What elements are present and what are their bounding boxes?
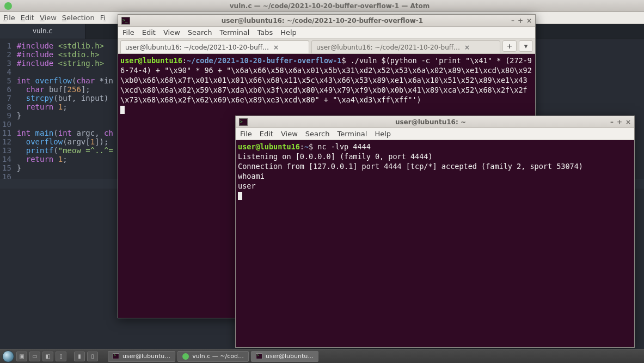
atom-menu-view[interactable]: View [40,14,57,22]
term2-command: nc -lvp 4444 [317,142,371,151]
atom-gutter: 12345678910111213141516 [0,39,17,351]
terminal-cursor [238,192,242,200]
atom-app-icon [4,2,12,10]
start-menu-icon[interactable] [2,350,14,362]
terminal1-tab-active[interactable]: user@lubuntu16: ~/code/2021-10-20-buff… … [120,40,309,53]
maximize-icon[interactable]: + [518,17,523,25]
terminal1-tab-inactive[interactable]: user@lubuntu16: ~/code/2021-10-20-buff… … [311,40,500,53]
term2-output-line: user [238,182,256,190]
taskbar-terminal2[interactable]: user@lubuntu… [251,351,318,362]
atom-title: vuln.c — ~/code/2021-10-20-buffer-overfl… [15,2,644,10]
tab-close-icon[interactable]: × [273,44,279,51]
term2-menu-terminal[interactable]: Terminal [337,130,367,138]
term2-menu-view[interactable]: View [281,130,298,138]
term2-menu-file[interactable]: File [240,130,252,138]
terminal1-tab2-label: user@lubuntu16: ~/code/2021-10-20-buff… [316,44,460,51]
term1-menu-search[interactable]: Search [188,28,212,37]
atom-tab-vuln[interactable]: vuln.c [0,24,85,39]
terminal-icon [121,17,130,25]
terminal2-window[interactable]: user@lubuntu16: ~ – + × File Edit View S… [235,116,635,348]
atom-menu-file[interactable]: File [3,14,15,22]
close-icon[interactable]: × [526,17,532,25]
term1-menu-view[interactable]: View [163,28,180,37]
term2-output-line: whoami [238,172,265,180]
terminal2-menubar[interactable]: File Edit View Search Terminal Help [236,128,634,140]
terminal1-tab1-label: user@lubuntu16: ~/code/2021-10-20-buff… [125,44,269,51]
atom-app-icon [182,353,189,360]
taskbar-atom[interactable]: vuln.c — ~/cod… [177,351,249,362]
file-manager-icon[interactable]: ▣ [16,352,27,361]
term1-prompt-path: ~/code/2021-10-20-buffer-overflow-1 [187,56,341,65]
term1-menu-edit[interactable]: Edit [142,28,156,37]
tab-menu-button[interactable]: ▾ [519,40,533,52]
new-tab-button[interactable]: + [502,40,517,52]
terminal1-titlebar[interactable]: user@lubuntu16: ~/code/2021-10-20-buffer… [118,15,535,27]
terminal2-titlebar[interactable]: user@lubuntu16: ~ – + × [236,116,634,128]
workspace1-icon[interactable]: ◧ [42,352,53,361]
term2-prompt-user: user@lubuntu16 [238,142,300,151]
task-label: user@lubuntu… [266,353,314,360]
minimize-icon[interactable]: – [511,17,514,25]
term2-output-line: Connection from [127.0.0.1] port 4444 [t… [238,162,583,171]
term1-menu-file[interactable]: File [122,28,134,37]
atom-menu-selection[interactable]: Selection [62,14,95,22]
pager2-icon[interactable]: ▯ [87,352,98,361]
task-label: user@lubuntu… [122,353,170,360]
term2-menu-edit[interactable]: Edit [260,130,273,138]
term2-prompt-path: ~ [304,142,309,151]
atom-titlebar[interactable]: vuln.c — ~/code/2021-10-20-buffer-overfl… [0,0,644,12]
workspace2-icon[interactable]: ▯ [56,352,66,361]
terminal-icon [113,353,119,359]
atom-menu-edit[interactable]: Edit [21,14,34,22]
term2-menu-search[interactable]: Search [305,130,330,138]
maximize-icon[interactable]: + [617,118,622,126]
term1-menu-terminal[interactable]: Terminal [219,28,249,37]
term1-menu-tabs[interactable]: Tabs [257,28,273,37]
term2-output-line: Listening on [0.0.0.0] (family 0, port 4… [238,152,433,161]
minimize-icon[interactable]: – [610,118,614,126]
term1-menu-help[interactable]: Help [280,28,297,37]
terminal2-title: user@lubuntu16: ~ [251,118,610,126]
terminal1-title: user@lubuntu16: ~/code/2021-10-20-buffer… [133,17,511,25]
terminal-icon [256,353,262,359]
terminal1-tabs[interactable]: user@lubuntu16: ~/code/2021-10-20-buff… … [118,39,535,54]
term2-menu-help[interactable]: Help [375,130,391,138]
terminal1-menubar[interactable]: File Edit View Search Terminal Tabs Help [118,27,535,39]
terminal-icon [239,118,248,126]
close-icon[interactable]: × [625,118,631,126]
desktop-panel[interactable]: ▣ ▭ ◧ ▯ ▮ ▯ user@lubuntu… vuln.c — ~/cod… [0,349,644,363]
show-desktop-icon[interactable]: ▭ [29,352,40,361]
atom-menu-find[interactable]: Fi [100,14,106,22]
pager1-icon[interactable]: ▮ [74,352,85,361]
task-label: vuln.c — ~/cod… [192,353,244,360]
tab-close-icon[interactable]: × [464,44,470,51]
atom-code[interactable]: #include <stdlib.h> #include <stdio.h> #… [17,39,113,351]
terminal2-body[interactable]: user@lubuntu16:~$ nc -lvp 4444 Listening… [236,140,634,347]
taskbar-terminal1[interactable]: user@lubuntu… [108,351,175,362]
term1-prompt-user: user@lubuntu16 [120,56,182,65]
terminal-cursor [120,106,125,114]
